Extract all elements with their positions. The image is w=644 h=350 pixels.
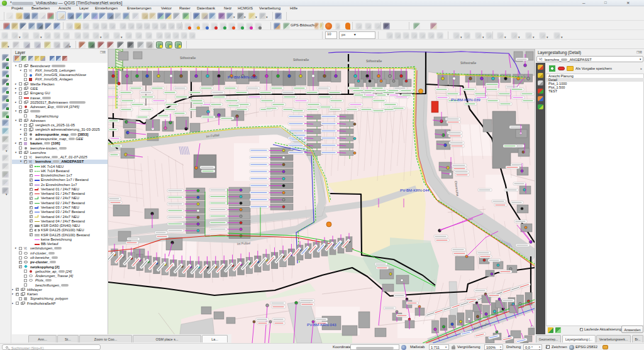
svg-text:Stiftsstraße: Stiftsstraße <box>460 61 477 65</box>
svg-text:PV-BM-KRN-044: PV-BM-KRN-044 <box>400 188 430 192</box>
svg-text:Stiftsstraße: Stiftsstraße <box>293 58 309 62</box>
svg-text:Stiftsstraße: Stiftsstraße <box>366 59 382 63</box>
svg-text:PV-BM-KRN-039: PV-BM-KRN-039 <box>451 97 480 102</box>
svg-text:PV-BM-KRN-050: PV-BM-KRN-050 <box>228 75 257 79</box>
svg-text:PV-BM-KRN-043: PV-BM-KRN-043 <box>307 322 336 327</box>
svg-text:Stiftsstraße: Stiftsstraße <box>180 56 196 60</box>
